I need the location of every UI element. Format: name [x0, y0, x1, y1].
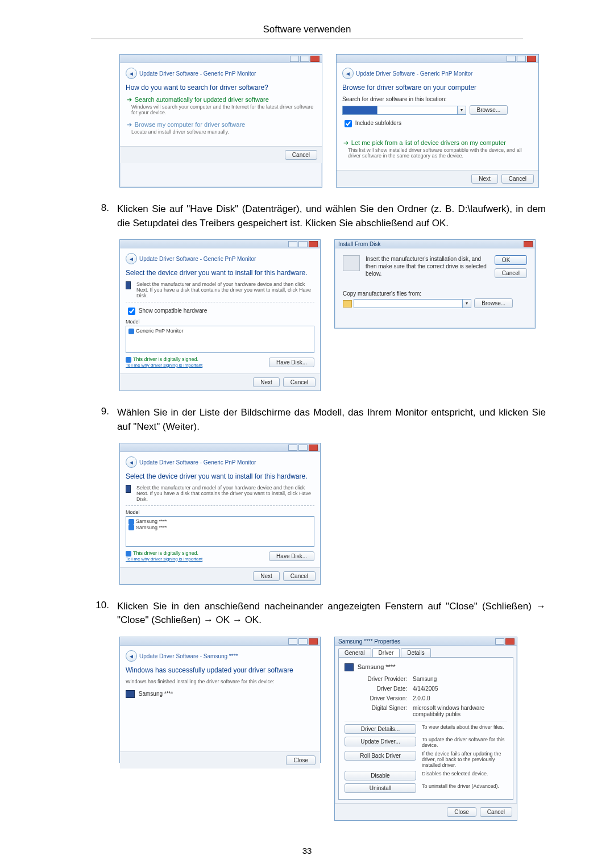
- close-icon[interactable]: [309, 241, 318, 247]
- list-item[interactable]: Generic PnP Monitor: [128, 328, 312, 334]
- dropdown-arrow-icon[interactable]: ▾: [458, 106, 466, 115]
- have-disk-button[interactable]: Have Disk...: [269, 551, 314, 561]
- breadcrumb-title: Update Driver Software - Generic PnP Mon…: [356, 70, 472, 77]
- list-item[interactable]: Samsung ****: [128, 525, 312, 531]
- back-icon[interactable]: ◄: [342, 68, 354, 79]
- step-number: 9.: [80, 406, 117, 434]
- next-button[interactable]: Next: [253, 571, 280, 581]
- cancel-button[interactable]: Cancel: [495, 268, 527, 278]
- option-sub: This list will show installed driver sof…: [343, 147, 533, 159]
- back-icon[interactable]: ◄: [126, 650, 137, 662]
- signing-link[interactable]: Tell me why driver signing is important: [126, 556, 202, 562]
- close-button[interactable]: Close: [286, 755, 316, 765]
- titlebar: Samsung **** Properties: [335, 637, 517, 646]
- list-item[interactable]: Samsung ****: [128, 518, 312, 525]
- close-icon[interactable]: [309, 445, 318, 451]
- browse-button[interactable]: Browse...: [474, 298, 513, 308]
- close-icon[interactable]: [505, 638, 515, 645]
- ok-button[interactable]: OK: [495, 255, 527, 265]
- option-search-auto[interactable]: ➔ Search automatically for updated drive…: [127, 96, 316, 115]
- cancel-button[interactable]: Cancel: [480, 807, 512, 817]
- window-buttons: [507, 56, 536, 62]
- dialog-select-driver-2: ◄ Update Driver Software - Generic PnP M…: [119, 443, 321, 585]
- minimize-icon[interactable]: [288, 638, 297, 645]
- monitor-icon: [126, 485, 131, 493]
- shield-icon: [128, 329, 134, 334]
- next-button[interactable]: Next: [471, 174, 498, 184]
- date-value: 4/14/2005: [413, 686, 507, 692]
- tab-details[interactable]: Details: [401, 648, 431, 657]
- model-list[interactable]: Samsung **** Samsung ****: [126, 516, 314, 547]
- dropdown-arrow-icon[interactable]: ▾: [463, 299, 471, 308]
- maximize-icon[interactable]: [298, 241, 308, 247]
- path-input[interactable]: [342, 106, 377, 115]
- dialog-properties: Samsung **** Properties General Driver D…: [334, 637, 517, 821]
- signing-link[interactable]: Tell me why driver signing is important: [126, 363, 202, 368]
- minimize-icon[interactable]: [288, 445, 297, 451]
- help-icon[interactable]: [495, 638, 504, 645]
- divider: [126, 505, 314, 506]
- breadcrumb: ◄ Update Driver Software - Generic PnP M…: [342, 68, 533, 79]
- path-input-rest[interactable]: [377, 106, 458, 115]
- driver-details-button[interactable]: Driver Details...: [345, 724, 416, 734]
- have-disk-button[interactable]: Have Disk...: [269, 358, 314, 367]
- minimize-icon[interactable]: [507, 56, 516, 62]
- close-button[interactable]: Close: [447, 807, 476, 817]
- dialog-title: Samsung **** Properties: [338, 638, 400, 645]
- provider-value: Samsung: [413, 676, 507, 682]
- close-icon[interactable]: [524, 241, 533, 247]
- shield-icon: [126, 551, 131, 556]
- maximize-icon[interactable]: [517, 56, 526, 62]
- arrow-icon: ➔: [127, 121, 132, 128]
- dialog-instruction: Insert the manufacturer's installation d…: [366, 255, 489, 278]
- maximize-icon[interactable]: [298, 445, 308, 451]
- back-icon[interactable]: ◄: [126, 456, 137, 468]
- tab-driver[interactable]: Driver: [372, 648, 400, 657]
- cancel-button[interactable]: Cancel: [285, 150, 317, 160]
- properties-body: Samsung **** Driver Provider:Samsung Dri…: [338, 657, 513, 800]
- option-pick-from-list[interactable]: ➔ Let me pick from a list of device driv…: [343, 139, 533, 159]
- minimize-icon[interactable]: [288, 241, 297, 247]
- uninstall-button[interactable]: Uninstall: [345, 783, 416, 793]
- titlebar: [120, 637, 320, 646]
- version-value: 2.0.0.0: [413, 695, 507, 701]
- dialog-success: ◄ Update Driver Software - Samsung **** …: [119, 637, 321, 763]
- monitor-icon: [345, 663, 354, 671]
- dialog-browse-location: ◄ Update Driver Software - Generic PnP M…: [336, 54, 539, 188]
- show-compatible-checkbox[interactable]: [128, 308, 135, 315]
- version-label: Driver Version:: [345, 695, 407, 701]
- cancel-button[interactable]: Cancel: [283, 377, 316, 387]
- minimize-icon[interactable]: [290, 56, 299, 62]
- dialog-footer: Next Cancel: [120, 373, 320, 391]
- disable-button[interactable]: Disable: [345, 771, 416, 780]
- close-icon[interactable]: [310, 56, 320, 62]
- step-number: 10.: [80, 600, 117, 628]
- model-column: Model: [126, 509, 314, 515]
- next-button[interactable]: Next: [253, 377, 280, 387]
- model-list[interactable]: Generic PnP Monitor: [126, 326, 314, 353]
- model-column: Model: [126, 319, 314, 325]
- provider-label: Driver Provider:: [345, 676, 407, 682]
- search-label: Search for driver software in this locat…: [342, 96, 533, 102]
- update-driver-button[interactable]: Update Driver...: [345, 737, 416, 746]
- cancel-button[interactable]: Cancel: [501, 174, 534, 184]
- tab-general[interactable]: General: [338, 648, 371, 657]
- back-icon[interactable]: ◄: [126, 68, 137, 79]
- back-icon[interactable]: ◄: [126, 253, 137, 264]
- maximize-icon[interactable]: [300, 56, 309, 62]
- include-subfolders-checkbox[interactable]: [345, 120, 352, 127]
- titlebar: [337, 55, 538, 63]
- dialog-heading: How do you want to search for driver sof…: [126, 84, 316, 92]
- option-browse-manual[interactable]: ➔ Browse my computer for driver software…: [127, 121, 316, 135]
- close-icon[interactable]: [309, 638, 318, 645]
- dialog-heading: Select the device driver you want to ins…: [126, 472, 314, 480]
- rollback-driver-button[interactable]: Roll Back Driver: [345, 751, 416, 761]
- copy-path-input[interactable]: [354, 299, 463, 308]
- cancel-button[interactable]: Cancel: [283, 571, 316, 581]
- signed-note: This driver is digitally signed. Tell me…: [126, 356, 202, 368]
- breadcrumb-title: Update Driver Software - Generic PnP Mon…: [139, 256, 256, 262]
- browse-button[interactable]: Browse...: [470, 105, 508, 115]
- maximize-icon[interactable]: [298, 638, 308, 645]
- close-icon[interactable]: [527, 56, 536, 62]
- breadcrumb-title: Update Driver Software - Generic PnP Mon…: [139, 70, 256, 77]
